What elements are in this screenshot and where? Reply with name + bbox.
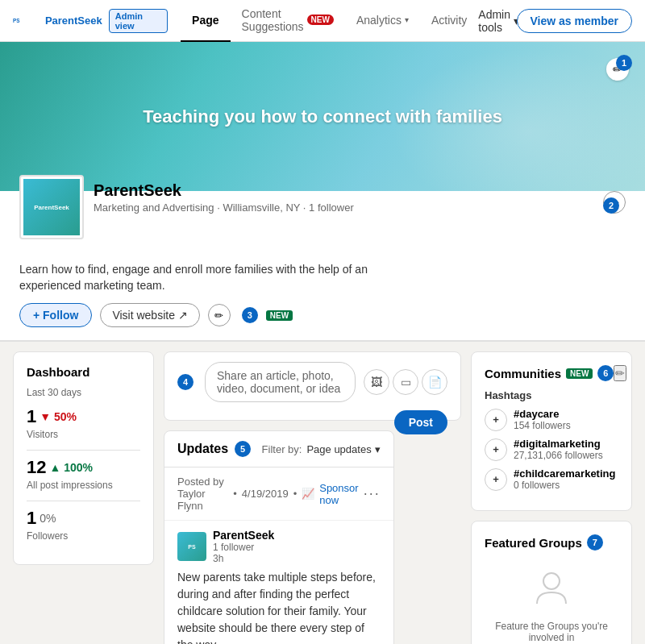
post-author: Posted by Taylor Flynn (177, 476, 228, 512)
step-badge-7: 7 (587, 534, 603, 551)
featured-groups-empty: Feature the Groups you're involved in (485, 560, 618, 644)
company-description: Learn how to find, engage and enroll mor… (19, 262, 422, 293)
updates-header: Updates 5 Filter by: Page updates ▾ (164, 431, 393, 467)
share-photo-button[interactable]: 🖼 (364, 369, 389, 395)
hashtags-label: Hashtags (485, 389, 618, 401)
share-document-button[interactable]: 📄 (422, 369, 447, 395)
chart-icon: 📈 (302, 488, 314, 500)
hashtag-followers-childcaremarketing: 0 followers (514, 480, 615, 491)
filter-area: Filter by: Page updates ▾ (262, 443, 381, 455)
updates-title: Updates (177, 442, 228, 456)
profile-section: ParentSeek ParentSeek Marketing and Adve… (0, 191, 645, 341)
person-icon (485, 568, 618, 614)
hashtag-daycare: + #daycare 154 followers (485, 408, 618, 431)
sponsor-link[interactable]: Sponsor now (319, 482, 358, 506)
visit-website-button[interactable]: Visit website ↗ (100, 303, 199, 327)
communities-new-badge: NEW (566, 368, 593, 379)
hashtag-info-digitalmarketing: #digitalmarketing 27,131,066 followers (514, 438, 603, 461)
hashtag-followers-digitalmarketing: 27,131,066 followers (514, 450, 603, 461)
communities-edit-button[interactable]: ✏ (614, 365, 626, 381)
visitors-change: ▼ 50% (40, 410, 77, 423)
dashboard-visitors: 1 ▼ 50% Visitors (27, 406, 140, 440)
step-badge-2: 2 (603, 197, 619, 214)
impressions-change: ▲ 100% (49, 461, 93, 474)
document-icon: 📄 (428, 376, 442, 388)
profile-action-edit-button[interactable]: ✏ (208, 304, 231, 326)
view-as-member-button[interactable]: View as member (517, 9, 632, 33)
company-logo-inner: ParentSeek (23, 179, 80, 235)
admin-tools-menu[interactable]: Admin tools ▾ (478, 8, 519, 34)
hashtag-digitalmarketing: + #digitalmarketing 27,131,066 followers (485, 438, 618, 461)
company-logo: ParentSeek (19, 175, 84, 239)
cover-image: Teaching you how to connect with familie… (0, 42, 645, 191)
hashtag-name-digitalmarketing: #digitalmarketing (514, 438, 603, 450)
hashtag-icon-childcaremarketing[interactable]: + (485, 468, 507, 491)
post-company-followers: 1 follower (213, 542, 274, 553)
company-subtitle: Marketing and Advertising · Williamsvill… (94, 202, 354, 214)
step-badge-4: 4 (177, 374, 194, 390)
featured-groups-header: Featured Groups 7 (485, 534, 618, 551)
profile-info: ParentSeek Marketing and Advertising · W… (94, 181, 354, 214)
featured-groups-panel: Featured Groups 7 Feature the Groups you… (471, 521, 632, 644)
admin-badge: Admin view (109, 9, 168, 33)
post-button[interactable]: Post (394, 410, 447, 434)
followers-change: 0% (40, 512, 56, 525)
featured-groups-empty-text: Feature the Groups you're involved in (485, 621, 618, 643)
photo-icon: 🖼 (371, 376, 382, 388)
follow-button[interactable]: + Follow (19, 303, 92, 327)
hashtag-name-daycare: #daycare (514, 408, 571, 420)
updates-panel: Updates 5 Filter by: Page updates ▾ Post… (164, 430, 394, 644)
hashtag-followers-daycare: 154 followers (514, 420, 571, 431)
share-video-button[interactable]: ▭ (393, 369, 418, 395)
cover-text: Teaching you how to connect with familie… (143, 106, 502, 127)
filter-dropdown[interactable]: Page updates ▾ (306, 443, 380, 455)
post-more-button[interactable]: ··· (364, 485, 381, 502)
right-sidebar: Communities NEW 6 ✏ Hashtags + #daycare … (471, 351, 632, 644)
post-author-row: PS ParentSeek 1 follower 3h (177, 529, 381, 564)
visitors-label: Visitors (27, 429, 140, 440)
dashboard-period: Last 30 days (27, 387, 140, 398)
share-placeholder[interactable]: Share an article, photo, video, document… (205, 362, 356, 402)
analytics-chevron-icon: ▾ (405, 15, 409, 24)
post-time-ago: 3h (213, 553, 274, 564)
content-new-badge: NEW (307, 15, 334, 25)
impressions-number: 12 (27, 457, 46, 478)
svg-point-1 (543, 573, 560, 589)
communities-panel: Communities NEW 6 ✏ Hashtags + #daycare … (471, 351, 632, 511)
tab-page[interactable]: Page (181, 0, 230, 42)
tab-analytics[interactable]: Analytics ▾ (345, 0, 420, 42)
visitors-number: 1 (27, 406, 36, 427)
top-navigation: PS ParentSeek Admin view Page Content Su… (0, 0, 645, 42)
hashtag-info-childcaremarketing: #childcaremarketing 0 followers (514, 467, 615, 491)
followers-number: 1 (27, 508, 36, 529)
followers-label: Followers (27, 530, 140, 542)
hashtag-icon-daycare[interactable]: + (485, 409, 507, 431)
step-badge-5: 5 (235, 441, 251, 457)
share-input-area: 4 Share an article, photo, video, docume… (177, 362, 447, 402)
svg-text:PS: PS (13, 18, 19, 23)
feed-panel: 4 Share an article, photo, video, docume… (164, 351, 461, 644)
step-badge-1: 1 (616, 55, 632, 71)
profile-actions: + Follow Visit website ↗ ✏ 3 NEW (19, 303, 626, 327)
tab-content-suggestions[interactable]: Content Suggestions NEW (231, 0, 345, 42)
post-company-logo: PS (177, 532, 206, 561)
communities-title: Communities (485, 367, 561, 380)
dashboard-followers: 1 0% Followers (27, 508, 140, 542)
main-content: Dashboard Last 30 days 1 ▼ 50% Visitors … (0, 342, 645, 644)
hashtag-icon-digitalmarketing[interactable]: + (485, 438, 507, 461)
step-badge-6: 6 (597, 365, 614, 381)
company-name: ParentSeek (94, 181, 354, 200)
post-bullet: • (233, 488, 237, 500)
post-bullet-2: • (293, 488, 298, 500)
dashboard-impressions: 12 ▲ 100% All post impressions (27, 457, 140, 491)
dashboard-title: Dashboard (27, 365, 140, 379)
communities-header: Communities NEW 6 ✏ (485, 365, 618, 381)
filter-label: Filter by: (262, 443, 302, 455)
post-company-info: ParentSeek 1 follower 3h (213, 529, 274, 564)
post-body: PS ParentSeek 1 follower 3h New parents … (164, 521, 393, 644)
hashtag-name-childcaremarketing: #childcaremarketing (514, 467, 615, 480)
logo-area: PS ParentSeek Admin view (13, 9, 168, 33)
tab-activity[interactable]: Activity (420, 0, 478, 42)
impressions-label: All post impressions (27, 480, 140, 491)
parentseek-logo: PS (13, 15, 39, 27)
